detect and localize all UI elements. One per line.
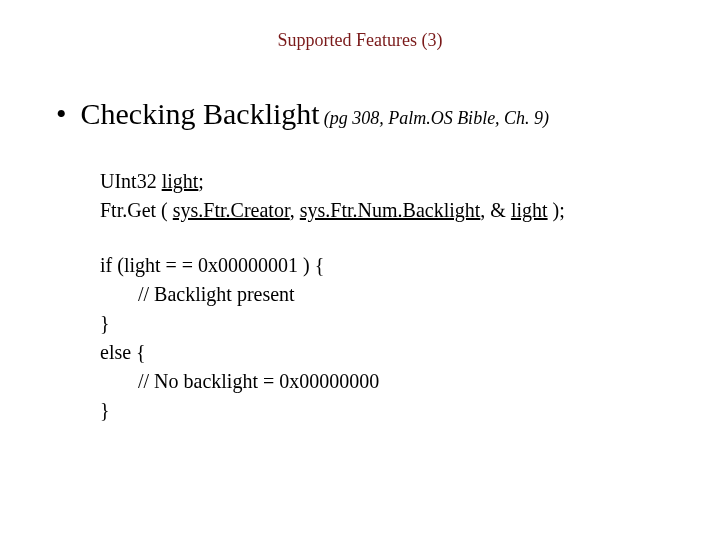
code-token-underline: sys.Ftr.Creator <box>173 199 290 221</box>
code-block: UInt32 light; Ftr.Get ( sys.Ftr.Creator,… <box>0 167 720 425</box>
slide: Supported Features (3) • Checking Backli… <box>0 0 720 540</box>
code-token: , & <box>480 199 511 221</box>
code-token-underline: light <box>511 199 548 221</box>
code-line: // No backlight = 0x00000000 <box>100 367 720 396</box>
code-token: ; <box>198 170 204 192</box>
code-token-underline: light <box>162 170 199 192</box>
code-token: , <box>290 199 300 221</box>
code-token: Ftr.Get ( <box>100 199 173 221</box>
code-token: UInt32 <box>100 170 162 192</box>
code-line: // Backlight present <box>100 280 720 309</box>
bullet-item: • Checking Backlight (pg 308, Palm.OS Bi… <box>0 97 720 131</box>
code-line: } <box>100 309 720 338</box>
slide-title: Supported Features (3) <box>0 30 720 51</box>
code-token-underline: sys.Ftr.Num.Backlight <box>300 199 481 221</box>
code-line: else { <box>100 338 720 367</box>
code-line: } <box>100 396 720 425</box>
headline-text: Checking Backlight <box>81 97 320 130</box>
code-line: Ftr.Get ( sys.Ftr.Creator, sys.Ftr.Num.B… <box>100 196 720 225</box>
code-line: UInt32 light; <box>100 167 720 196</box>
bullet-text: Checking Backlight (pg 308, Palm.OS Bibl… <box>81 97 550 131</box>
code-line: if (light = = 0x00000001 ) { <box>100 251 720 280</box>
citation-text: (pg 308, Palm.OS Bible, Ch. 9) <box>324 108 549 128</box>
bullet-dot-icon: • <box>56 99 67 129</box>
code-token: ); <box>548 199 565 221</box>
spacer <box>100 225 720 251</box>
